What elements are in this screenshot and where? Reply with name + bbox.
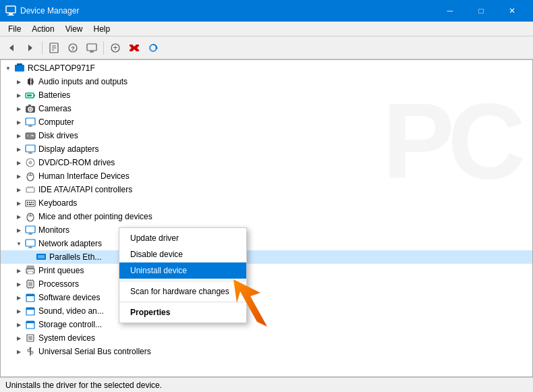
svg-rect-54 [27, 204, 28, 205]
tree-item-monitors[interactable]: ▶ Monitors [1, 223, 532, 237]
network-expand: ▼ [14, 239, 24, 248]
system-label: System devices [38, 333, 95, 343]
svg-rect-80 [26, 294, 34, 296]
tree-item-audio[interactable]: ▶ Audio inputs and outputs [1, 75, 532, 88]
device-tree[interactable]: ▼ RCSLAPTOP971F ▶ Audio inputs and o [1, 60, 532, 376]
ctx-scan-hardware[interactable]: Scan for hardware changes [119, 283, 246, 300]
menu-file[interactable]: File [3, 23, 26, 35]
tree-item-storage[interactable]: ▶ Storage controll... [1, 318, 532, 331]
ide-icon [25, 184, 36, 195]
maximize-button[interactable]: □ [466, 0, 497, 22]
show-properties-toolbar-button[interactable] [45, 39, 63, 57]
tree-item-batteries[interactable]: ▶ Batteries [1, 88, 532, 102]
menu-action[interactable]: Action [26, 23, 59, 35]
tree-item-display[interactable]: ▶ Display adapters [1, 142, 532, 156]
processors-icon [25, 279, 36, 289]
svg-marker-16 [130, 45, 139, 51]
print-expand: ▶ [14, 266, 24, 275]
tree-item-software[interactable]: ▶ Software devices [1, 291, 532, 304]
svg-point-41 [30, 162, 31, 163]
svg-rect-24 [34, 94, 35, 96]
svg-rect-67 [38, 255, 45, 258]
tree-item-hid[interactable]: ▶ Human Interface Devices [1, 169, 532, 183]
cameras-label: Cameras [38, 104, 72, 113]
svg-rect-51 [29, 202, 30, 203]
cameras-icon [25, 103, 36, 114]
ctx-sep-1 [119, 281, 246, 281]
display-expand: ▶ [14, 144, 24, 154]
svg-rect-0 [6, 6, 16, 13]
tree-item-diskdrives[interactable]: ▶ Disk drives [1, 129, 532, 142]
tree-item-computer[interactable]: ▶ Computer [1, 115, 532, 129]
display-toolbar-button[interactable] [83, 39, 101, 57]
ide-expand: ▶ [14, 185, 24, 194]
tree-item-cameras[interactable]: ▶ Cameras [1, 102, 532, 115]
context-menu: Update driver Disable device Uninstall d… [119, 227, 247, 323]
menu-view[interactable]: View [60, 23, 88, 35]
audio-expand: ▶ [14, 77, 24, 86]
svg-rect-2 [7, 15, 14, 16]
svg-marker-3 [9, 45, 13, 51]
svg-text:+: + [113, 43, 117, 53]
dvd-expand: ▶ [14, 158, 24, 167]
tree-root[interactable]: ▼ RCSLAPTOP971F [1, 61, 532, 75]
tree-item-keyboards[interactable]: ▶ Keyboards [1, 196, 532, 210]
forward-button[interactable] [22, 39, 39, 57]
tree-item-sound[interactable]: ▶ Sound, video an... [1, 304, 532, 318]
monitors-expand: ▶ [14, 225, 24, 235]
svg-rect-56 [32, 204, 34, 205]
root-label: RCSLAPTOP971F [28, 63, 95, 73]
svg-rect-63 [26, 240, 35, 246]
hid-icon [25, 171, 36, 181]
svg-rect-20 [17, 63, 22, 65]
monitors-label: Monitors [38, 225, 69, 235]
ctx-disable-device[interactable]: Disable device [119, 246, 246, 262]
usb-expand: ▶ [14, 347, 24, 356]
remove-toolbar-button[interactable] [125, 39, 143, 57]
svg-rect-29 [28, 105, 31, 107]
mice-expand: ▶ [14, 212, 24, 221]
ctx-sep-2 [119, 302, 246, 302]
display-label: Display adapters [38, 144, 99, 154]
cameras-expand: ▶ [14, 104, 24, 113]
ide-label: IDE ATA/ATAPI controllers [38, 185, 132, 194]
parallels-label: Parallels Eth... [49, 252, 101, 262]
tree-item-ide[interactable]: ▶ IDE ATA/ATAPI controllers [1, 183, 532, 196]
diskdrives-icon [25, 130, 36, 141]
svg-rect-60 [26, 226, 35, 233]
tree-item-usb[interactable]: ▶ Universal Serial Bus controllers [1, 345, 532, 358]
ctx-uninstall-device[interactable]: Uninstall device [119, 262, 246, 279]
menu-help[interactable]: Help [88, 23, 116, 35]
keyboards-label: Keyboards [38, 198, 77, 208]
tree-item-dvd[interactable]: ▶ DVD/CD-ROM drives [1, 156, 532, 169]
ctx-update-driver[interactable]: Update driver [119, 230, 246, 246]
tree-item-network[interactable]: ▼ Network adapters [1, 237, 532, 250]
window-controls: ─ □ ✕ [434, 0, 528, 22]
svg-rect-53 [33, 202, 34, 203]
back-button[interactable] [3, 39, 20, 57]
ctx-properties[interactable]: Properties [119, 304, 246, 320]
network-icon [25, 238, 36, 249]
batteries-expand: ▶ [14, 90, 24, 100]
network-label: Network adapters [38, 239, 102, 248]
status-bar: Uninstalls the driver for the selected d… [0, 377, 533, 392]
svg-rect-82 [26, 308, 34, 310]
tree-item-parallels[interactable]: Parallels Eth... [1, 250, 532, 264]
svg-rect-25 [27, 94, 32, 96]
tree-item-processors[interactable]: ▶ Processors [1, 277, 532, 291]
root-expand-icon: ▼ [3, 63, 13, 73]
help-toolbar-button[interactable]: ? [64, 39, 82, 57]
tree-item-mice[interactable]: ▶ Mice and other pointing devices [1, 210, 532, 223]
sound-label: Sound, video an... [38, 306, 104, 316]
close-button[interactable]: ✕ [497, 0, 528, 22]
tree-item-system[interactable]: ▶ System devices [1, 331, 532, 345]
window-title: Device Manager [20, 6, 434, 16]
system-icon [25, 333, 36, 343]
keyboards-icon [25, 198, 36, 208]
mice-icon [25, 211, 36, 222]
add-toolbar-button[interactable]: + [107, 39, 124, 57]
minimize-button[interactable]: ─ [434, 0, 466, 22]
tree-item-print[interactable]: ▶ Print queues [1, 264, 532, 277]
monitors-icon [25, 225, 36, 235]
scan-toolbar-button[interactable] [144, 39, 162, 57]
